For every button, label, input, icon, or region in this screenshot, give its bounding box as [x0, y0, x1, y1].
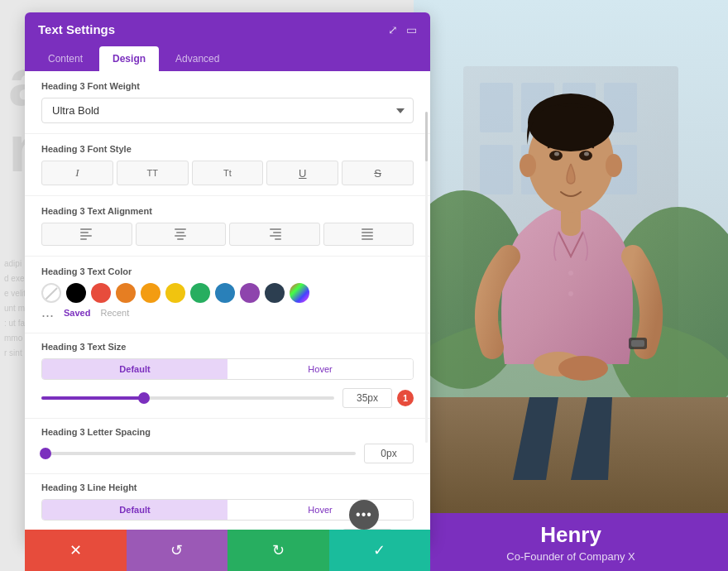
color-saved-recent-tabs: ··· Saved Recent: [41, 308, 414, 323]
text-size-slider-row: 35px 1: [41, 388, 414, 408]
svg-point-22: [554, 152, 559, 156]
svg-point-27: [568, 271, 573, 276]
color-dark[interactable]: [265, 283, 285, 303]
bottom-toolbar: ✕ ↺ ↻ ✓: [25, 530, 430, 571]
svg-point-24: [528, 94, 614, 151]
heading-text-color-label: Heading 3 Text Color: [41, 266, 414, 276]
profile-name: Henry: [540, 522, 601, 548]
color-black[interactable]: [66, 283, 86, 303]
color-red[interactable]: [91, 283, 111, 303]
text-size-hover-tab[interactable]: Hover: [228, 359, 413, 379]
heading-text-color-section: Heading 3 Text Color ··· Saved Recent: [25, 257, 430, 333]
font-style-buttons: I TT Tt U S: [41, 161, 414, 185]
svg-rect-17: [631, 340, 644, 347]
heading-line-height-label: Heading 3 Line Height: [41, 482, 414, 492]
tab-advanced[interactable]: Advanced: [162, 46, 232, 71]
undo-button[interactable]: ↺: [127, 530, 228, 571]
three-dots-button[interactable]: •••: [349, 500, 379, 530]
panel-header-icons: ⤢ ▭: [388, 23, 417, 36]
cancel-button[interactable]: ✕: [25, 530, 127, 571]
color-recent-tab[interactable]: Recent: [100, 308, 129, 323]
text-size-value[interactable]: 35px: [342, 388, 392, 408]
profile-section: Henry Co-Founder of Company X: [414, 0, 728, 571]
line-height-default-tab[interactable]: Default: [42, 500, 228, 520]
text-size-badge: 1: [397, 390, 414, 406]
color-swatches: [41, 283, 414, 303]
color-yellow[interactable]: [165, 283, 185, 303]
heading-font-style-section: Heading 3 Font Style I TT Tt U S: [25, 134, 430, 196]
panel-header: Text Settings ⤢ ▭: [25, 12, 430, 46]
svg-rect-6: [480, 145, 513, 194]
color-orange[interactable]: [116, 283, 136, 303]
color-saved-tab[interactable]: Saved: [64, 308, 90, 323]
svg-point-23: [584, 152, 589, 156]
alignment-buttons: [41, 223, 414, 246]
heading-text-size-section: Heading 3 Text Size Default Hover 35px 1: [25, 333, 430, 419]
panel-title: Text Settings: [38, 22, 115, 36]
svg-rect-13: [414, 397, 728, 513]
maximize-icon[interactable]: ⤢: [388, 23, 398, 36]
heading-text-alignment-section: Heading 3 Text Alignment: [25, 196, 430, 257]
align-right-btn[interactable]: [229, 223, 320, 246]
font-style-strikethrough[interactable]: S: [342, 161, 414, 185]
svg-point-28: [568, 291, 573, 296]
font-style-capitalize[interactable]: Tt: [192, 161, 264, 185]
profile-image: [414, 0, 728, 513]
text-size-default-tab[interactable]: Default: [42, 359, 228, 379]
profile-photo-svg: [414, 0, 728, 513]
scroll-indicator: [425, 112, 428, 443]
scroll-thumb[interactable]: [425, 112, 428, 161]
collapse-icon[interactable]: ▭: [406, 23, 417, 36]
heading-font-weight-label: Heading 3 Font Weight: [41, 81, 414, 91]
text-size-value-box: 35px 1: [342, 388, 414, 408]
color-more-btn[interactable]: ···: [41, 308, 54, 323]
letter-spacing-slider-row: 0px: [41, 444, 414, 463]
align-center-btn[interactable]: [136, 223, 227, 246]
align-justify-btn[interactable]: [323, 223, 414, 246]
font-style-italic[interactable]: I: [41, 161, 113, 185]
color-transparent[interactable]: [41, 283, 61, 303]
profile-caption: Henry Co-Founder of Company X: [414, 513, 728, 571]
letter-spacing-value[interactable]: 0px: [364, 444, 414, 463]
text-size-tabs: Default Hover: [41, 358, 414, 380]
font-style-uppercase[interactable]: TT: [117, 161, 189, 185]
redo-button[interactable]: ↻: [228, 530, 329, 571]
svg-point-25: [520, 154, 536, 177]
letter-spacing-slider-track[interactable]: [41, 452, 356, 455]
confirm-button[interactable]: ✓: [329, 530, 431, 571]
heading-font-weight-dropdown[interactable]: Ultra Bold Bold Regular Light: [41, 98, 414, 123]
heading-text-size-label: Heading 3 Text Size: [41, 342, 414, 352]
svg-rect-2: [480, 83, 513, 132]
color-green[interactable]: [190, 283, 210, 303]
font-style-underline[interactable]: U: [266, 161, 338, 185]
heading-text-alignment-label: Heading 3 Text Alignment: [41, 206, 414, 216]
heading-letter-spacing-label: Heading 3 Letter Spacing: [41, 427, 414, 437]
tab-design[interactable]: Design: [99, 46, 159, 71]
heading-font-weight-section: Heading 3 Font Weight Ultra Bold Bold Re…: [25, 71, 430, 134]
color-custom[interactable]: [290, 283, 309, 303]
heading-letter-spacing-section: Heading 3 Letter Spacing 0px: [25, 419, 430, 474]
panel-tabs: Content Design Advanced: [25, 46, 430, 71]
text-size-slider-track[interactable]: [41, 396, 334, 400]
heading-font-style-label: Heading 3 Font Style: [41, 144, 414, 154]
settings-panel: Text Settings ⤢ ▭ Content Design Advance…: [25, 12, 430, 543]
line-height-hover-tab[interactable]: Hover: [228, 500, 413, 520]
letter-spacing-value-box: 0px: [364, 444, 414, 463]
tab-content[interactable]: Content: [35, 46, 96, 71]
align-left-btn[interactable]: [41, 223, 132, 246]
color-purple[interactable]: [240, 283, 260, 303]
svg-point-15: [558, 356, 608, 381]
profile-title: Co-Founder of Company X: [506, 550, 635, 563]
color-amber[interactable]: [141, 283, 160, 303]
color-blue[interactable]: [215, 283, 235, 303]
panel-content: Heading 3 Font Weight Ultra Bold Bold Re…: [25, 71, 430, 543]
svg-point-26: [606, 154, 622, 177]
